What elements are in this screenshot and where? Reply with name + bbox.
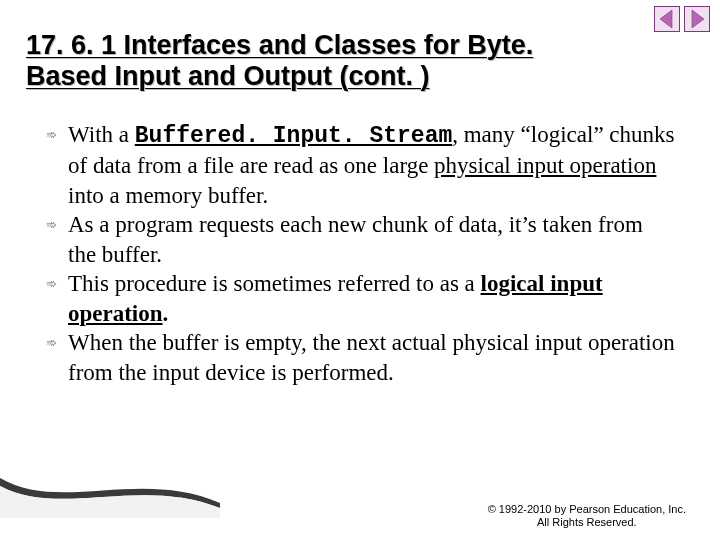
- decorative-swoosh-icon: [0, 458, 220, 518]
- next-slide-icon[interactable]: [684, 6, 710, 36]
- text-run: When the buffer is empty, the next actua…: [68, 330, 675, 384]
- copyright-line-1: © 1992-2010 by Pearson Education, Inc.: [488, 503, 686, 517]
- list-item: ➾ With a Buffered. Input. Stream, many “…: [46, 120, 676, 210]
- text-run: As a program requests each new chunk of …: [68, 212, 643, 266]
- text-run: With a: [68, 122, 135, 147]
- slide-body: ➾ With a Buffered. Input. Stream, many “…: [46, 120, 676, 387]
- title-line-1: 17. 6. 1 Interfaces and Classes for Byte…: [26, 30, 533, 60]
- list-item: ➾ As a program requests each new chunk o…: [46, 210, 676, 269]
- bullet-icon: ➾: [46, 210, 68, 269]
- footer: © 1992-2010 by Pearson Education, Inc. A…: [488, 503, 686, 531]
- bullet-text: As a program requests each new chunk of …: [68, 210, 676, 269]
- emph-run: physical input operation: [434, 153, 656, 178]
- list-item: ➾ When the buffer is empty, the next act…: [46, 328, 676, 387]
- text-run: into a memory buffer.: [68, 183, 268, 208]
- bullet-icon: ➾: [46, 120, 68, 210]
- text-run: .: [163, 301, 169, 326]
- copyright-line-2: All Rights Reserved.: [488, 516, 686, 530]
- bullet-text: With a Buffered. Input. Stream, many “lo…: [68, 120, 676, 210]
- slide-title: 17. 6. 1 Interfaces and Classes for Byte…: [26, 30, 666, 92]
- text-run: This procedure is sometimes referred to …: [68, 271, 481, 296]
- bullet-text: When the buffer is empty, the next actua…: [68, 328, 676, 387]
- bullet-icon: ➾: [46, 328, 68, 387]
- bullet-icon: ➾: [46, 269, 68, 328]
- title-line-2: Based Input and Output (cont. ): [26, 61, 429, 91]
- code-run: Buffered. Input. Stream: [135, 123, 452, 149]
- list-item: ➾ This procedure is sometimes referred t…: [46, 269, 676, 328]
- slide: 17. 6. 1 Interfaces and Classes for Byte…: [0, 0, 720, 540]
- bullet-text: This procedure is sometimes referred to …: [68, 269, 676, 328]
